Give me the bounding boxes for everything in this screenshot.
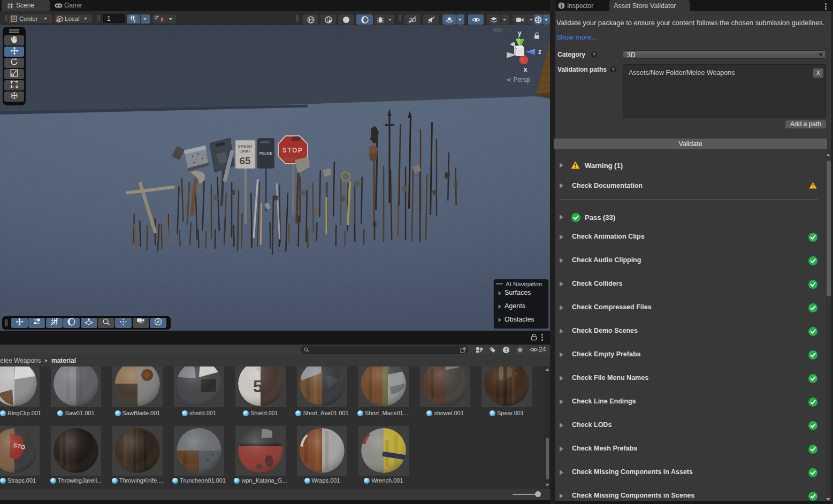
svg-text:z: z	[538, 48, 541, 56]
svg-text:?: ?	[592, 52, 595, 57]
svg-text:x: x	[524, 66, 528, 73]
svg-text:65: 65	[239, 155, 251, 166]
svg-text:y: y	[518, 29, 522, 37]
svg-text:⋖ Persp: ⋖ Persp	[506, 76, 530, 83]
svg-text:LIMIT: LIMIT	[240, 149, 251, 154]
svg-text:SPEED: SPEED	[238, 144, 252, 149]
svg-text:?: ?	[612, 67, 614, 72]
svg-text:POLICE: POLICE	[259, 151, 273, 155]
svg-text:Y: Y	[133, 19, 136, 23]
svg-text:STOP: STOP	[282, 147, 303, 154]
